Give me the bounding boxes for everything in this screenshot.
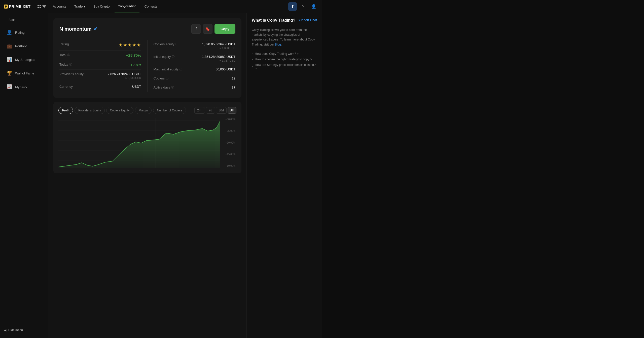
stats-right: Copiers equity ⓘ 1,390.05822645 USDT ≈ 1…: [148, 40, 236, 92]
chart-section: Profit Provider's Equity Copiers Equity …: [53, 102, 241, 173]
copy-strategy-button[interactable]: Copy: [214, 24, 235, 34]
strategy-name-text: N momentum: [59, 26, 92, 32]
total-value: +28.75%: [126, 53, 141, 57]
nav-buy-crypto[interactable]: Buy Crypto: [90, 0, 113, 13]
provider-equity-label: Provider's equity ⓘ: [59, 72, 87, 76]
hide-menu-button[interactable]: ◀ Hide menu: [4, 328, 23, 332]
initial-equity-label: Initial equity ⓘ: [154, 55, 175, 59]
chart-area: +30.00% +25.00% +20.00% +15.00% +10.00%: [58, 118, 236, 168]
back-button[interactable]: ← Back: [0, 16, 48, 24]
sidebar-item-label: My Strategies: [15, 58, 35, 62]
stat-total: Total ⓘ +28.75%: [59, 51, 141, 60]
back-label: Back: [9, 18, 15, 22]
link-label-3: How are Strategy profit indicators calcu…: [255, 63, 317, 70]
logo-icon: P: [4, 5, 8, 9]
sidebar-item-portfolio[interactable]: 💼 Portfolio: [2, 40, 47, 52]
sidebar-item-my-strategies[interactable]: 📊 My Strategies: [2, 53, 47, 66]
strategy-card: N momentum ✔ ⤴ 🔖 Copy: [53, 18, 241, 98]
link-icon-3: ▪: [252, 65, 253, 68]
y-label-25: +25.00%: [225, 130, 236, 132]
sidebar: ← Back 👤 Rating 💼 Portfolio 📊 My Strateg…: [0, 13, 48, 338]
today-value: +2.8%: [130, 63, 141, 67]
stat-copiers-equity: Copiers equity ⓘ 1,390.05822645 USDT ≈ 1…: [154, 40, 236, 52]
currency-label: Currency: [59, 85, 73, 89]
svg-rect-0: [38, 5, 39, 6]
stat-rating: Rating ★★★★★: [59, 40, 141, 51]
verified-badge-icon: ✔: [94, 26, 97, 32]
sidebar-item-label: Rating: [15, 31, 25, 34]
bookmark-icon: 🔖: [205, 27, 210, 31]
sidebar-item-label: My COV: [15, 85, 27, 89]
main-layout: ← Back 👤 Rating 💼 Portfolio 📊 My Strateg…: [0, 13, 322, 338]
blog-link[interactable]: Blog: [275, 43, 281, 46]
hide-menu-label: Hide menu: [8, 328, 23, 332]
copiers-equity-info-icon: ⓘ: [175, 42, 178, 46]
chart-tab-margin[interactable]: Margin: [135, 107, 152, 114]
copiers-label: Copiers ⓘ: [154, 76, 169, 80]
back-arrow-icon: ←: [4, 18, 7, 22]
chart-tab-number-of-copiers[interactable]: Number of Copiers: [153, 107, 186, 114]
sidebar-item-my-cov[interactable]: 📈 My COV: [2, 80, 47, 93]
share-nav-button[interactable]: ⬆: [288, 2, 297, 11]
share-button[interactable]: ⤴: [191, 24, 201, 34]
y-label-10: +10.00%: [225, 164, 236, 167]
profit-chart-svg: [58, 118, 220, 168]
rating-icon: 👤: [7, 30, 12, 35]
chart-time-tabs: 24h 7d 30d All: [194, 107, 236, 114]
user-account-button[interactable]: 👤: [309, 2, 318, 11]
right-panel-title: What is Copy Trading?: [252, 18, 295, 23]
bookmark-button[interactable]: 🔖: [203, 24, 212, 34]
copiers-value: 12: [232, 76, 235, 80]
rating-stars: ★★★★★: [119, 42, 141, 48]
chart-tab-providers-equity[interactable]: Provider's Equity: [75, 107, 105, 114]
stats-grid: Rating ★★★★★ Total ⓘ +28.75% Today ⓘ +2.…: [59, 40, 235, 92]
time-tab-30d[interactable]: 30d: [216, 107, 227, 114]
svg-rect-1: [40, 5, 41, 6]
sidebar-item-rating[interactable]: 👤 Rating: [2, 26, 47, 39]
link-label-2: How to choose the right Strategy to copy…: [255, 58, 312, 61]
nav-accounts[interactable]: Accounts: [50, 0, 69, 13]
apps-grid-button[interactable]: [36, 4, 48, 10]
card-actions: ⤴ 🔖 Copy: [191, 24, 235, 34]
how-profit-calculated-link[interactable]: ▪ How are Strategy profit indicators cal…: [252, 62, 317, 71]
stat-today: Today ⓘ +2.8%: [59, 60, 141, 70]
stat-initial-equity: Initial equity ⓘ 1,354.28480882 USDT ≈ 1…: [154, 52, 236, 65]
nav-trade[interactable]: Trade ▾: [71, 0, 88, 13]
main-content: N momentum ✔ ⤴ 🔖 Copy: [48, 13, 246, 338]
share-icon: ⤴: [195, 27, 197, 31]
chart-tab-profit[interactable]: Profit: [58, 107, 73, 114]
portfolio-icon: 💼: [7, 43, 12, 49]
link-icon-1: ▪: [252, 52, 253, 56]
help-button[interactable]: ?: [299, 2, 307, 11]
initial-equity-sub: ≈ 1,357 USD: [202, 59, 235, 62]
card-header: N momentum ✔ ⤴ 🔖 Copy: [59, 24, 235, 34]
svg-rect-2: [38, 7, 39, 8]
nav-contests[interactable]: Contests: [141, 0, 160, 13]
y-label-30: +30.00%: [225, 118, 236, 121]
right-panel-description: Copy Trading allows you to earn from the…: [252, 28, 317, 47]
provider-equity-value: 2,826.24782485 USDT ≈ 2,833 USD: [108, 72, 141, 79]
initial-equity-info-icon: ⓘ: [172, 55, 174, 59]
top-navigation: P PRIME XBT Accounts Trade ▾ Buy Crypto …: [0, 0, 322, 13]
support-chat-link[interactable]: Support Chat: [298, 18, 317, 22]
hide-menu-arrow-icon: ◀: [4, 328, 6, 332]
nav-copy-trading[interactable]: Copy-trading: [115, 0, 139, 13]
stat-active-days: Active days ⓘ 37: [154, 83, 236, 92]
svg-rect-3: [40, 7, 41, 8]
sidebar-item-wall-of-fame[interactable]: 🏆 Wall of Fame: [2, 67, 47, 79]
link-icon-2: ▪: [252, 58, 253, 61]
how-copy-trading-works-link[interactable]: ▪ How does Copy Trading work? >: [252, 51, 317, 57]
time-tab-all[interactable]: All: [228, 107, 236, 114]
provider-equity-sub: ≈ 2,833 USD: [108, 76, 141, 79]
time-tab-7d[interactable]: 7d: [206, 107, 215, 114]
time-tab-24h[interactable]: 24h: [194, 107, 205, 114]
my-cov-icon: 📈: [7, 84, 12, 90]
chart-tab-copiers-equity[interactable]: Copiers Equity: [106, 107, 133, 114]
copiers-info-icon: ⓘ: [166, 76, 168, 80]
how-to-choose-strategy-link[interactable]: ▪ How to choose the right Strategy to co…: [252, 57, 317, 62]
y-label-20: +20.00%: [225, 141, 236, 144]
max-initial-equity-value: 50,000 USDT: [216, 67, 235, 71]
logo[interactable]: P PRIME XBT: [4, 4, 31, 9]
strategy-name: N momentum ✔: [59, 26, 97, 32]
copiers-equity-label: Copiers equity ⓘ: [154, 42, 178, 46]
